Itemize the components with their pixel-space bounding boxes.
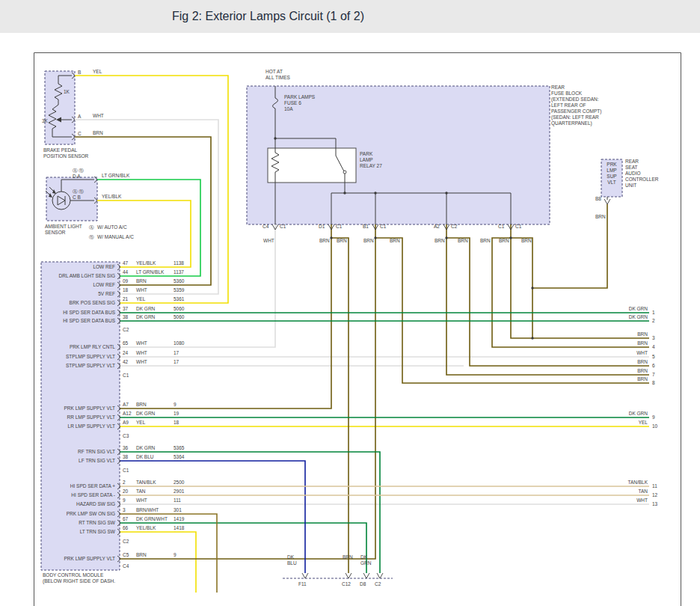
bcm-pin-number: 66 xyxy=(123,525,128,531)
wire-color-label: DK BLU xyxy=(287,554,297,566)
bcm-pin-number: 2 xyxy=(123,480,126,486)
edge-w-number: 13 xyxy=(652,501,657,507)
wire-color-label-wht: WHT xyxy=(93,113,104,119)
circuit-number: 19 xyxy=(174,411,179,417)
bcm-pin-number: 38 xyxy=(123,454,128,460)
wire-color-label: DK GRN xyxy=(136,306,155,312)
ambient-row1-pins: D A xyxy=(73,174,80,180)
brake-sensor-label: BRAKE PEDAL POSITION SENSOR xyxy=(43,147,88,159)
bcm-row-signal: PRK LMP SUPPLY VLT xyxy=(43,405,115,411)
park-lamp-relay-box xyxy=(268,148,356,183)
edge-wire-color: BRN xyxy=(591,368,648,374)
legend-text-b: W/ MANUAL A/C xyxy=(97,234,134,240)
bcm-row-signal: BRK POS SENS SIG xyxy=(43,300,115,306)
wiring-diagram: HOT AT ALL TIMES PARK LAMPS FUSE 6 10A P… xyxy=(0,0,700,606)
circuit-number: 5359 xyxy=(174,287,184,293)
bcm-row-signal: STPLMP SUPPLY VLT xyxy=(43,354,115,360)
edge-wire-color: DK GRN xyxy=(591,411,648,417)
circuit-number: 17 xyxy=(174,359,179,365)
legend-sym-b: Ⓑ xyxy=(89,234,94,240)
fuse-block-connector-arrows xyxy=(272,224,514,230)
wire-color-label: TAN xyxy=(136,489,146,495)
wire-color-label: BRN xyxy=(136,278,147,284)
wire-color-label: DK GRN xyxy=(136,314,155,320)
bcm-connector-label: C3 xyxy=(123,433,129,439)
circuit-number: 1418 xyxy=(174,525,184,531)
bcm-pin-number: A9 xyxy=(123,420,129,426)
resistor-3k-label: 3K xyxy=(42,118,48,124)
edge-w-number: 8 xyxy=(652,380,655,386)
circuit-number: 5360 xyxy=(174,278,184,284)
bcm-row-signal: PRK LMP SW ON SIG xyxy=(43,511,115,517)
rear-audio-pin-label: B8 xyxy=(595,196,601,202)
wire-yel-blk-lt-trn xyxy=(120,532,196,593)
edge-w-number: 5 xyxy=(652,354,655,360)
edge-wire-color: BRN xyxy=(591,331,648,337)
wire-color-label: BRN xyxy=(337,238,347,244)
fuse-connector-label: C1 xyxy=(380,224,386,230)
edge-wire-color: BRN xyxy=(591,359,648,365)
edge-w-number: 7 xyxy=(652,372,655,378)
bcm-row-signal: STPLMP SUPPLY VLT xyxy=(43,363,115,369)
fuse-pin-label: A2 xyxy=(434,224,440,230)
legend-text-a: W/ AUTO A/C xyxy=(97,224,127,230)
bcm-pin-number: 42 xyxy=(123,359,128,365)
bcm-pin-number: 3 xyxy=(123,507,126,513)
circuit-number: 1419 xyxy=(174,516,184,522)
rear-audio-signal-label: PRK LMP SUP VLT xyxy=(601,162,622,186)
bcm-pin-number: A7 xyxy=(123,402,129,408)
wire-color-label: LT GRN/BLK xyxy=(136,269,164,275)
fuse-connector-label: C2 xyxy=(451,224,457,230)
edge-w-number: 11 xyxy=(652,483,657,489)
edge-wire-color: WHT xyxy=(591,498,648,504)
bcm-pin-number: 18 xyxy=(123,287,128,293)
wire-color-label: YEL xyxy=(136,420,145,426)
wire-color-label: DK GRN xyxy=(360,554,371,566)
bcm-pin-number: 67 xyxy=(123,516,128,522)
wire-color-label: BRN xyxy=(480,238,491,244)
bcm-connector-label: C4 xyxy=(123,563,129,569)
wire-color-label: BRN xyxy=(343,554,353,560)
bcm-connector-label: C2 xyxy=(123,327,129,333)
wire-color-label-yel: YEL xyxy=(93,69,102,75)
wire-color-label: BRN xyxy=(363,238,374,244)
bcm-pin-number: 9 xyxy=(123,498,126,504)
bcm-pin-number: 20 xyxy=(123,489,128,495)
wire-color-label: WHT xyxy=(136,287,147,293)
wire-color-label: WHT xyxy=(136,350,147,356)
bcm-row-signal: HI SPD SER DATA BUS xyxy=(43,310,115,316)
circuit-number: 5060 xyxy=(174,314,184,320)
wire-color-label: BRN xyxy=(521,238,532,244)
bcm-pin-number: 65 xyxy=(123,340,128,346)
wire-color-label: TAN/BLK xyxy=(136,480,156,486)
wire-brn-join xyxy=(511,238,532,338)
bottom-pin-label: C12 xyxy=(342,581,351,587)
power-source-label: HOT AT ALL TIMES xyxy=(265,69,290,81)
wire-color-label: BRN xyxy=(319,238,330,244)
wire-color-label: WHT xyxy=(136,340,147,346)
wire-color-label: WHT xyxy=(263,238,274,244)
circuit-number: 5365 xyxy=(174,445,184,451)
circuit-number: 5364 xyxy=(174,454,184,460)
bcm-pin-number: 09 xyxy=(123,278,128,284)
rear-audio-pin-arrow xyxy=(604,199,610,204)
fuse-label: PARK LAMPS FUSE 6 10A xyxy=(284,94,315,112)
wire-color-label: YEL/BLK xyxy=(136,260,156,266)
edge-w-number: 3 xyxy=(652,335,655,341)
bcm-row-signal: HI SPD SER DATA - xyxy=(43,492,115,498)
circuit-number: 111 xyxy=(174,498,181,504)
circuit-number: 1137 xyxy=(174,269,184,275)
bcm-row-signal: LR LMP SUPPLY VLT xyxy=(43,423,115,429)
ambient-sensor-box xyxy=(46,177,97,221)
edge-w-number: 12 xyxy=(652,492,657,498)
circuit-number: 5361 xyxy=(174,296,184,302)
wire-color-label: BRN xyxy=(136,402,147,408)
wire-color-label: BRN/WHT xyxy=(136,507,159,513)
pin-letter-b: B xyxy=(78,70,81,76)
wire-color-label: BRN xyxy=(390,238,400,244)
circuit-number: 5060 xyxy=(174,306,184,312)
fuse-pin-label: B1 xyxy=(363,224,369,230)
edge-w-number: 10 xyxy=(652,423,657,429)
wire-color-label: DK GRN xyxy=(136,445,155,451)
bcm-pin-number: 38 xyxy=(123,314,128,320)
